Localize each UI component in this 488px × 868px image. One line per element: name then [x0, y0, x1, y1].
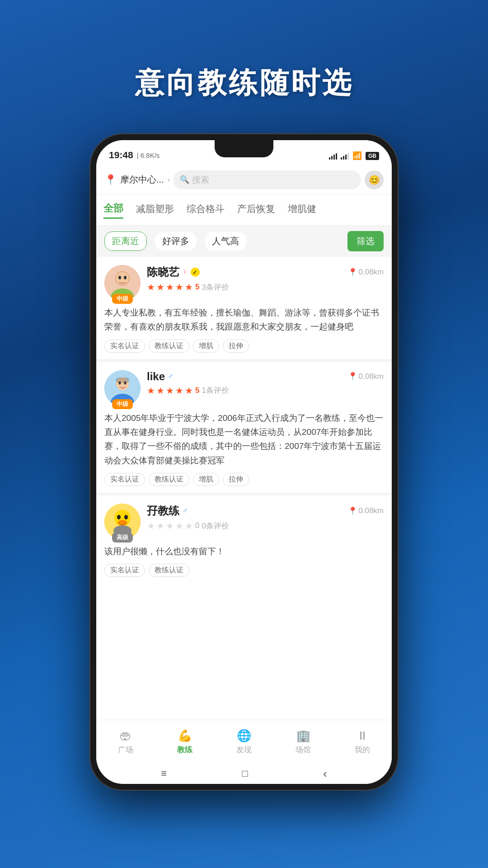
stars-row-1: ★ ★ ★ ★ ★ 5 3条评价	[147, 282, 384, 292]
tab-postpartum[interactable]: 产后恢复	[237, 203, 275, 217]
tag-real-name-2: 实名认证	[104, 473, 145, 486]
svg-point-14	[117, 515, 121, 519]
tab-fat-loss[interactable]: 减脂塑形	[136, 203, 174, 217]
level-badge-2: 中级	[112, 399, 133, 409]
signal-icon	[329, 152, 337, 160]
nav-plaza-icon: 🏟	[120, 729, 131, 743]
trainer-card-3[interactable]: 高级 孖教练 ♂ 📍0.08km	[96, 495, 392, 583]
gender-icon-2: ♂	[168, 372, 174, 381]
nav-venue-label: 场馆	[296, 745, 311, 755]
trainer-name-1: 陈晓艺	[147, 265, 179, 279]
gender-icon-1: ♀	[182, 268, 188, 277]
category-tabs: 全部 减脂塑形 综合格斗 产后恢复 增肌健	[96, 195, 392, 226]
filter-button[interactable]: 筛选	[347, 231, 384, 251]
location-text[interactable]: 摩尔中心...	[120, 174, 164, 186]
tag-real-name-3: 实名认证	[104, 564, 145, 577]
status-speed: | 6.8K/s	[137, 151, 160, 159]
trainer-desc-3: 该用户很懒，什么也没有留下！	[104, 544, 384, 558]
rating-1: 5	[195, 283, 199, 292]
nav-discover-icon: 🌐	[237, 729, 251, 743]
rating-2: 5	[195, 386, 199, 395]
sys-home-btn[interactable]: □	[242, 768, 248, 779]
nav-plaza-label: 广场	[118, 745, 133, 755]
phone-frame: 19:48 | 6.8K/s	[90, 134, 398, 790]
trainer-tags-3: 实名认证 教练认证	[104, 564, 384, 577]
sys-back-btn[interactable]: ‹	[323, 767, 327, 781]
filter-good-review[interactable]: 好评多	[155, 232, 197, 250]
tab-combat[interactable]: 综合格斗	[187, 203, 225, 217]
filter-bar: 距离近 好评多 人气高 筛选	[96, 226, 392, 257]
nav-discover-label: 发现	[236, 745, 252, 755]
nav-trainer-icon: 💪	[178, 729, 192, 743]
sys-nav-bar: ≡ □ ‹	[96, 763, 392, 784]
bottom-nav: 🏟 广场 💪 教练 🌐 发现 🏢 场馆 ⏸ 我的	[96, 720, 392, 763]
page-title: 意向教练随时选	[135, 63, 353, 103]
verified-icon-1: ✓	[191, 268, 200, 277]
reviews-1: 3条评价	[202, 282, 229, 292]
svg-point-4	[118, 276, 121, 279]
location-bar: 📍 摩尔中心... › 🔍 搜索 😊	[96, 165, 392, 195]
status-icons: 📶 GB	[329, 151, 379, 160]
tag-coach-cert-3: 教练认证	[149, 564, 189, 577]
reviews-3: 0条评价	[202, 521, 229, 531]
tag-stretch-2: 拉伸	[223, 473, 249, 486]
nav-item-discover[interactable]: 🌐 发现	[215, 729, 274, 755]
nav-mine-icon: ⏸	[357, 729, 368, 743]
filter-popular[interactable]: 人气高	[205, 232, 246, 250]
svg-point-5	[124, 276, 127, 279]
nav-mine-label: 我的	[355, 745, 370, 755]
nav-item-plaza[interactable]: 🏟 广场	[96, 729, 155, 755]
reviews-2: 1条评价	[202, 385, 229, 396]
location-pin-icon: 📍	[104, 174, 117, 186]
sys-menu-btn[interactable]: ≡	[161, 768, 167, 779]
tag-muscle-1: 增肌	[193, 340, 219, 353]
trainer-desc-1: 本人专业私教，有五年经验，擅长瑜伽、舞蹈、游泳等，曾获得多个证书荣誉，有喜欢的朋…	[104, 306, 384, 334]
trainer-tags-2: 实名认证 教练认证 增肌 拉伸	[104, 473, 384, 486]
nav-item-venue[interactable]: 🏢 场馆	[273, 729, 333, 755]
nav-item-trainer[interactable]: 💪 教练	[155, 729, 215, 755]
location-arrow-icon: ›	[168, 176, 170, 184]
tag-muscle-2: 增肌	[193, 473, 219, 486]
nav-trainer-label: 教练	[177, 745, 192, 755]
trainer-card-2[interactable]: 中级 like ♂ 📍0.08km	[96, 362, 392, 495]
gender-icon-3: ♂	[182, 506, 188, 515]
tag-coach-cert-2: 教练认证	[149, 473, 189, 486]
trainer-distance-1: 📍0.08km	[348, 268, 384, 277]
trainer-list: 中级 陈晓艺 ♀ ✓ 📍0.08km	[96, 257, 392, 720]
trainer-name-2: like	[147, 370, 165, 383]
filter-distance[interactable]: 距离近	[104, 231, 147, 251]
nav-item-mine[interactable]: ⏸ 我的	[333, 729, 392, 755]
tab-all[interactable]: 全部	[103, 202, 123, 219]
nav-venue-icon: 🏢	[296, 729, 310, 743]
trainer-distance-3: 📍0.08km	[348, 506, 384, 516]
stars-row-2: ★ ★ ★ ★ ★ 5 1条评价	[147, 385, 384, 396]
phone-screen: 19:48 | 6.8K/s	[96, 140, 392, 784]
trainer-avatar-3: 高级	[104, 504, 141, 540]
wifi-icon: 📶	[352, 151, 362, 160]
trainer-tags-1: 实名认证 教练认证 增肌 拉伸	[104, 340, 384, 353]
level-badge-3: 高级	[112, 533, 133, 542]
trainer-distance-2: 📍0.08km	[348, 372, 384, 381]
signal-icon-2	[341, 152, 349, 160]
search-icon: 🔍	[180, 175, 189, 184]
phone-notch	[215, 140, 273, 157]
trainer-avatar-1: 中级	[104, 265, 141, 301]
search-placeholder: 搜索	[192, 174, 209, 186]
svg-point-15	[124, 515, 128, 519]
stars-row-3: ★ ★ ★ ★ ★ 0 0条评价	[147, 520, 384, 531]
tag-coach-cert-1: 教练认证	[149, 340, 189, 353]
battery-icon: GB	[366, 152, 379, 160]
svg-point-3	[116, 272, 129, 285]
svg-rect-11	[116, 377, 129, 383]
level-badge-1: 中级	[112, 294, 133, 304]
tag-real-name-1: 实名认证	[104, 340, 145, 353]
trainer-card-1[interactable]: 中级 陈晓艺 ♀ ✓ 📍0.08km	[96, 257, 392, 362]
user-avatar-small[interactable]: 😊	[365, 170, 384, 189]
trainer-name-3: 孖教练	[147, 504, 179, 518]
trainer-desc-2: 本人2005年毕业于宁波大学，2006年正式入行成为了一名教练，至今也一直从事在…	[104, 411, 384, 467]
tag-stretch-1: 拉伸	[223, 340, 249, 353]
rating-3: 0	[195, 521, 199, 530]
search-box[interactable]: 🔍 搜索	[174, 170, 361, 189]
tab-muscle[interactable]: 增肌健	[288, 203, 316, 217]
trainer-avatar-2: 中级	[104, 370, 141, 406]
